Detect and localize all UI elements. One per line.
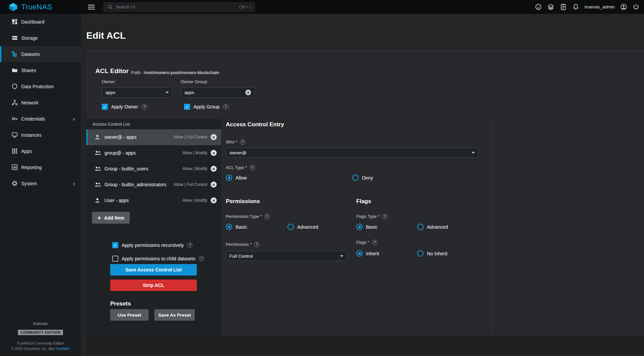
user-menu-button[interactable] [620, 3, 627, 10]
acl-entry-row[interactable]: Group - builtin_users Allow | Modify × [86, 161, 221, 177]
power-button[interactable] [633, 3, 640, 10]
radio-no-inherit[interactable]: No Inherit [417, 250, 448, 257]
notifications-button[interactable] [572, 3, 579, 10]
jobs-button[interactable] [547, 3, 554, 10]
hamburger-icon [88, 5, 95, 5]
radio-flags-basic[interactable]: Basic [356, 224, 377, 230]
sidebar-item-network[interactable]: Network [0, 95, 81, 111]
sidebar-item-dashboard[interactable]: Dashboard [0, 14, 81, 30]
acl-editor-head: ACL Editor Path: /mnt/monero-pool/monero… [86, 51, 644, 119]
radio-circle-icon [287, 224, 294, 230]
main-content: Edit ACL ACL Editor Path: /mnt/monero-po… [81, 14, 644, 356]
apply-group-checkbox[interactable]: ✓ Apply Group ? [184, 104, 228, 110]
who-select[interactable]: owner@ [226, 148, 479, 158]
sidebar-item-shares[interactable]: Shares [0, 62, 81, 78]
add-item-button[interactable]: + Add Item [92, 212, 130, 224]
entry-permissions: Allow | Modify [182, 166, 207, 171]
dataset-path: Path: /mnt/monero-pool/monero-blockchain [131, 70, 219, 75]
tasks-button[interactable] [560, 3, 567, 10]
help-icon[interactable]: ? [223, 104, 228, 109]
chevron-down-icon [340, 255, 343, 257]
checkbox-checked-icon: ✓ [112, 242, 118, 248]
help-icon[interactable]: ? [187, 242, 192, 248]
sidebar-item-storage[interactable]: Storage [0, 30, 81, 46]
help-icon[interactable]: ? [265, 214, 270, 219]
save-acl-button[interactable]: Save Access Control List [110, 264, 197, 276]
help-icon[interactable]: ? [240, 139, 245, 145]
remove-entry-button[interactable]: × [211, 134, 217, 140]
apply-owner-checkbox[interactable]: ✓ Apply Owner ? [102, 104, 147, 110]
sidebar-item-credentials[interactable]: Credentials › [0, 111, 81, 127]
radio-circle-icon [226, 224, 232, 230]
ace-title: Access Control Entry [226, 121, 284, 128]
sidebar: Dashboard Storage Datasets Shares Data P… [0, 14, 81, 356]
sidebar-item-apps[interactable]: Apps [0, 143, 81, 159]
radio-deny[interactable]: Deny [352, 174, 373, 181]
bar-chart-icon [11, 164, 18, 170]
apps-grid-icon [11, 148, 18, 154]
apply-recursive-checkbox[interactable]: ✓ Apply permissions recursively ? [112, 242, 192, 248]
group-icon [94, 150, 101, 156]
acl-list-title: Access Control List [92, 122, 130, 127]
owner-label: Owner: [102, 79, 116, 84]
acl-entry-row[interactable]: owner@ - apps Allow | Full Control × [86, 129, 221, 145]
acl-entry-row[interactable]: User - apps Allow | Modify × [86, 193, 221, 208]
permissions-type-label: Permissions Type * ? [226, 214, 270, 219]
help-icon[interactable]: ? [382, 214, 388, 219]
entry-permissions: Allow | Modify [182, 151, 207, 155]
sidebar-item-reporting[interactable]: Reporting [0, 159, 81, 175]
acl-entry-row[interactable]: group@ - apps Allow | Modify × [86, 145, 221, 161]
topbar-actions: truenas_admin [535, 3, 644, 10]
entry-name: group@ - apps [104, 150, 136, 156]
apply-child-datasets-checkbox[interactable]: Apply permissions to child datasets ? [112, 256, 204, 262]
radio-flags-advanced[interactable]: Advanced [417, 224, 448, 230]
owner-group-input[interactable]: apps × [181, 87, 255, 98]
radio-permissions-basic[interactable]: Basic [226, 224, 247, 230]
checkbox-checked-icon: ✓ [184, 104, 190, 110]
key-icon [11, 116, 18, 122]
radio-circle-icon [356, 250, 363, 257]
sidebar-item-instances[interactable]: Instances [0, 127, 81, 143]
menu-toggle-button[interactable] [87, 2, 96, 11]
feedback-button[interactable] [535, 3, 542, 10]
remove-entry-button[interactable]: × [211, 182, 217, 188]
dashboard-icon [11, 19, 18, 25]
entry-name: Group - builtin_administrators [104, 182, 166, 187]
acl-editor-card: ACL Editor Path: /mnt/monero-pool/monero… [86, 51, 644, 355]
help-icon[interactable]: ? [199, 256, 204, 261]
checkbox-checked-icon: ✓ [102, 104, 108, 110]
help-icon[interactable]: ? [250, 165, 255, 170]
search-box[interactable]: Ctrl + / [103, 2, 255, 12]
who-label: Who * ? [226, 139, 245, 145]
sidebar-item-system[interactable]: System › [0, 175, 81, 192]
network-icon [11, 99, 18, 106]
remove-entry-button[interactable]: × [211, 150, 217, 156]
permissions-select[interactable]: Full Control [226, 251, 347, 261]
app-logo[interactable]: TrueNAS [0, 2, 81, 12]
help-icon[interactable]: ? [254, 242, 259, 247]
clear-icon[interactable]: × [245, 90, 251, 95]
help-icon[interactable]: ? [372, 240, 377, 245]
folder-icon [11, 67, 18, 73]
checkbox-unchecked-icon [112, 256, 118, 262]
flags-label: Flags * ? [356, 240, 377, 245]
copyright-link[interactable]: TrueNAS [55, 347, 70, 351]
owner-select[interactable]: apps [102, 87, 173, 98]
strip-acl-button[interactable]: Strip ACL [110, 280, 197, 291]
help-icon[interactable]: ? [142, 104, 147, 109]
search-input[interactable] [116, 4, 236, 9]
remove-entry-button[interactable]: × [211, 197, 217, 203]
use-preset-button[interactable]: Use Preset [110, 309, 149, 321]
save-as-preset-button[interactable]: Save As Preset [154, 309, 195, 321]
radio-permissions-advanced[interactable]: Advanced [287, 224, 318, 230]
sidebar-item-data-protection[interactable]: Data Protection [0, 78, 81, 95]
radio-allow[interactable]: Allow [226, 174, 247, 181]
sidebar-item-datasets[interactable]: Datasets [0, 46, 81, 62]
radio-inherit[interactable]: Inherit [356, 250, 379, 257]
entry-permissions: Allow | Modify [182, 198, 207, 203]
app-root: TrueNAS Ctrl + / truenas_admin [0, 0, 644, 356]
radio-circle-icon [352, 174, 359, 181]
gear-icon [11, 180, 18, 187]
remove-entry-button[interactable]: × [211, 166, 217, 172]
acl-entry-row[interactable]: Group - builtin_administrators Allow | F… [86, 177, 221, 193]
